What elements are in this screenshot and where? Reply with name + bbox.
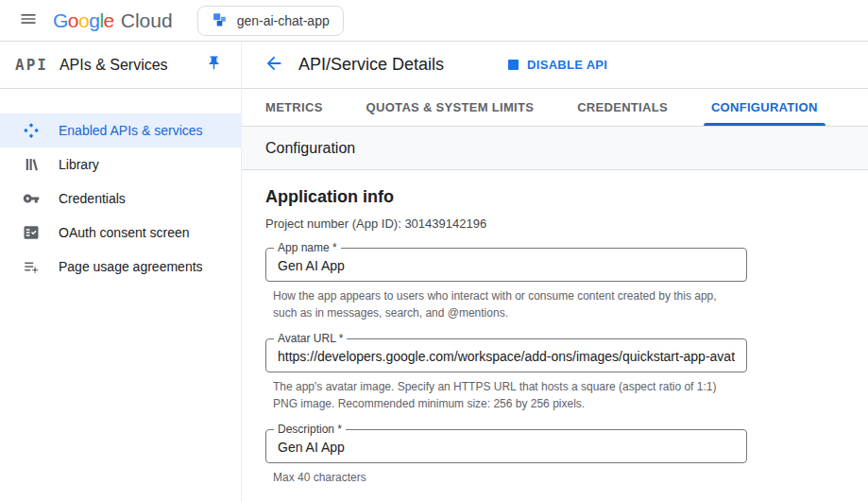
disable-api-button[interactable]: DISABLE API bbox=[508, 58, 607, 72]
key-icon bbox=[23, 190, 40, 207]
app-name-label: App name * bbox=[274, 241, 341, 254]
apis-services-logo-icon: API bbox=[15, 56, 48, 74]
application-info-heading: Application info bbox=[265, 187, 844, 207]
back-button[interactable] bbox=[261, 52, 287, 78]
logo-cloud-text: Cloud bbox=[121, 9, 173, 32]
hamburger-menu-icon bbox=[19, 9, 38, 32]
avatar-url-label: Avatar URL * bbox=[274, 332, 347, 345]
back-arrow-icon bbox=[264, 53, 284, 78]
sidebar: API APIs & Services Enabled APIs & servi… bbox=[0, 42, 242, 502]
sidebar-nav: Enabled APIs & services Library Credenti… bbox=[0, 89, 241, 284]
sidebar-item-page-usage-agreements[interactable]: Page usage agreements bbox=[0, 250, 241, 284]
sidebar-item-enabled-apis[interactable]: Enabled APIs & services bbox=[0, 113, 241, 147]
app-name-helper-text: How the app appears to users who interac… bbox=[265, 287, 743, 321]
description-helper-text: Max 40 characters bbox=[265, 469, 743, 486]
form-group-app-name: App name * How the app appears to users … bbox=[265, 248, 844, 321]
logo-letter: o bbox=[68, 9, 78, 32]
tab-label: CONFIGURATION bbox=[711, 100, 818, 114]
logo-letter: o bbox=[78, 9, 89, 32]
tab-label: CREDENTIALS bbox=[577, 100, 668, 114]
main-panel: API/Service Details DISABLE API METRICS … bbox=[242, 42, 868, 502]
pin-icon bbox=[206, 55, 222, 75]
sidebar-item-label: OAuth consent screen bbox=[59, 225, 190, 240]
sidebar-item-oauth-consent[interactable]: OAuth consent screen bbox=[0, 216, 241, 250]
form-group-avatar-url: Avatar URL * The app's avatar image. Spe… bbox=[265, 338, 844, 412]
avatar-url-helper-text: The app's avatar image. Specify an HTTPS… bbox=[265, 378, 743, 412]
page-title: API/Service Details bbox=[298, 55, 444, 75]
sidebar-item-credentials[interactable]: Credentials bbox=[0, 182, 241, 216]
section-header: Configuration bbox=[242, 127, 868, 170]
tab-quotas[interactable]: QUOTAS & SYSTEM LIMITS bbox=[366, 89, 535, 126]
project-icon bbox=[212, 11, 228, 30]
app-name-field: App name * bbox=[265, 248, 747, 282]
section-title: Configuration bbox=[265, 140, 355, 157]
sidebar-item-label: Page usage agreements bbox=[59, 259, 203, 274]
sidebar-item-library[interactable]: Library bbox=[0, 147, 241, 182]
menu-button[interactable] bbox=[11, 4, 45, 38]
logo-letter: e bbox=[104, 9, 114, 32]
project-name: gen-ai-chat-app bbox=[237, 13, 330, 28]
sidebar-item-label: Enabled APIs & services bbox=[59, 123, 203, 138]
project-number-text: Project number (App ID): 301439142196 bbox=[265, 216, 844, 231]
library-icon bbox=[23, 156, 40, 173]
sidebar-header: API APIs & Services bbox=[0, 42, 241, 89]
google-cloud-logo[interactable]: Google Cloud bbox=[53, 9, 173, 32]
description-field: Description * bbox=[265, 429, 747, 463]
pin-button[interactable] bbox=[201, 53, 226, 78]
tab-bar: METRICS QUOTAS & SYSTEM LIMITS CREDENTIA… bbox=[242, 89, 868, 127]
configuration-content: Application info Project number (App ID)… bbox=[242, 170, 868, 502]
project-selector[interactable]: gen-ai-chat-app bbox=[197, 6, 344, 36]
app-body: API APIs & Services Enabled APIs & servi… bbox=[0, 42, 868, 502]
logo-letter: g bbox=[89, 9, 99, 32]
sidebar-item-label: Credentials bbox=[59, 191, 126, 206]
sidebar-title: APIs & Services bbox=[60, 57, 168, 74]
page-header: API/Service Details DISABLE API bbox=[242, 42, 868, 89]
logo-letter: G bbox=[53, 9, 68, 32]
tab-configuration[interactable]: CONFIGURATION bbox=[711, 89, 818, 126]
tab-label: METRICS bbox=[265, 100, 323, 114]
stop-square-icon bbox=[508, 60, 519, 70]
list-settings-icon bbox=[23, 258, 40, 275]
form-group-description: Description * Max 40 characters bbox=[265, 429, 844, 486]
description-label: Description * bbox=[274, 423, 346, 436]
avatar-url-field: Avatar URL * bbox=[265, 338, 747, 372]
tab-credentials[interactable]: CREDENTIALS bbox=[577, 89, 668, 126]
tab-metrics[interactable]: METRICS bbox=[265, 89, 323, 126]
enabled-apis-icon bbox=[23, 122, 40, 139]
sidebar-item-label: Library bbox=[59, 157, 99, 172]
consent-screen-icon bbox=[23, 224, 40, 241]
tab-label: QUOTAS & SYSTEM LIMITS bbox=[366, 100, 535, 114]
top-bar: Google Cloud gen-ai-chat-app bbox=[0, 0, 868, 42]
disable-api-label: DISABLE API bbox=[527, 58, 607, 72]
